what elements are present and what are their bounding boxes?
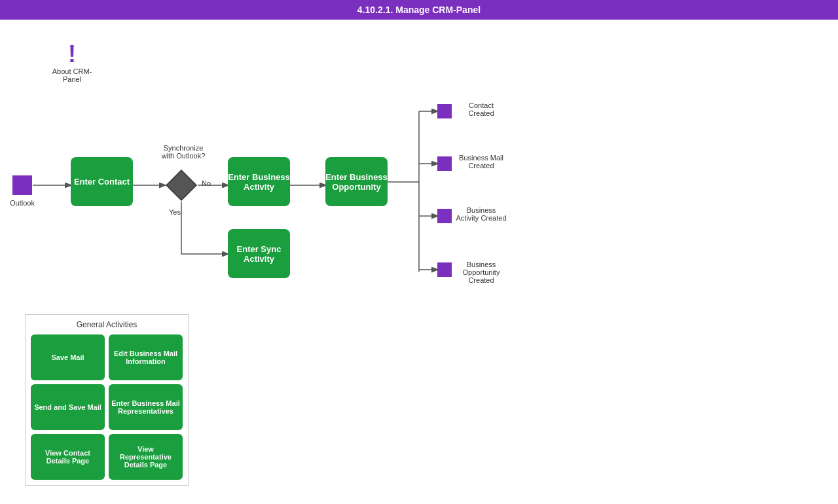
- contact-created-label: Contact Created: [455, 101, 507, 117]
- enter-biz-activity-box[interactable]: Enter Business Activity: [228, 157, 290, 206]
- view-rep-details-btn[interactable]: View Representative Details Page: [109, 434, 183, 480]
- header-title: 4.10.2.1. Manage CRM-Panel: [357, 5, 481, 15]
- business-opp-created-icon: [437, 262, 452, 277]
- send-save-mail-btn[interactable]: Send and Save Mail: [31, 384, 105, 430]
- enter-sync-activity-box[interactable]: Enter Sync Activity: [228, 229, 290, 278]
- view-contact-details-btn[interactable]: View Contact Details Page: [31, 434, 105, 480]
- outlook-node: Outlook: [10, 175, 35, 207]
- save-mail-btn[interactable]: Save Mail: [31, 334, 105, 380]
- outlook-label: Outlook: [10, 199, 35, 207]
- business-activity-created-label: Business Activity Created: [455, 206, 507, 222]
- contact-created-icon: [437, 104, 452, 118]
- business-mail-created-label: Business Mail Created: [455, 154, 507, 170]
- header: 4.10.2.1. Manage CRM-Panel: [0, 0, 838, 20]
- canvas: ! About CRM-Panel Outlook Enter Contact …: [0, 20, 838, 504]
- enter-contact-box[interactable]: Enter Contact: [71, 157, 133, 206]
- business-activity-created-icon: [437, 209, 452, 223]
- exclaim-icon: !: [46, 43, 98, 66]
- general-activities-grid: Save Mail Edit Business Mail Information…: [31, 334, 183, 480]
- enter-biz-mail-reps-btn[interactable]: Enter Business Mail Representatives: [109, 384, 183, 430]
- general-activities-title: General Activities: [31, 320, 183, 329]
- enter-biz-opp-box[interactable]: Enter Business Opportunity: [325, 157, 388, 206]
- business-mail-created-icon: [437, 156, 452, 171]
- general-activities-panel: General Activities Save Mail Edit Busine…: [25, 314, 189, 486]
- edit-biz-mail-btn[interactable]: Edit Business Mail Information: [109, 334, 183, 380]
- svg-marker-10: [166, 170, 196, 200]
- sync-label: Synchronize with Outlook?: [157, 144, 210, 160]
- decision-diamond: [165, 169, 198, 202]
- about-panel: ! About CRM-Panel: [46, 43, 98, 83]
- outlook-box: [12, 175, 32, 195]
- about-label: About CRM-Panel: [46, 67, 98, 83]
- label-no: No: [202, 179, 211, 187]
- label-yes: Yes: [169, 208, 181, 216]
- business-opp-created-label: Business Opportunity Created: [455, 261, 507, 284]
